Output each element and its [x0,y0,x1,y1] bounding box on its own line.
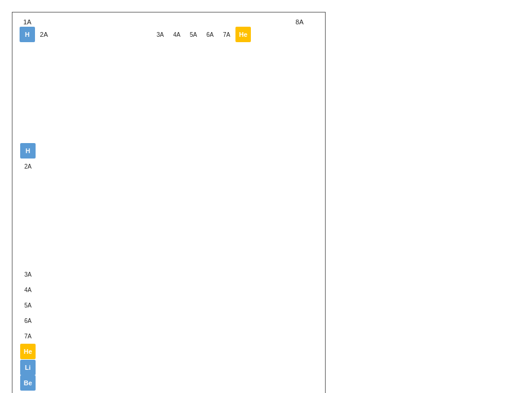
elem-He: He [20,344,36,359]
element-H: H [20,27,35,42]
gl-2 [36,18,51,26]
empty [136,27,151,42]
elem-Li: Li [20,360,36,375]
label-2A-r1: 2A [20,159,36,174]
empty [103,27,118,42]
pt-row-2: Li Be B C N O F Ne [20,360,52,393]
gl-16 [260,18,275,26]
label-3A: 3A [20,267,36,282]
periodic-table-wrapper: 1A 8A H 2A [12,12,326,393]
element-He: He [235,27,251,42]
gl-6 [100,18,115,26]
gl-4 [68,18,83,26]
label-4A: 4A [169,27,184,42]
gl-10 [164,18,179,26]
page-container: 1A 8A H 2A [12,12,520,393]
label-3A: 3A [152,27,168,42]
label-6A: 6A [202,27,218,42]
label-4A: 4A [20,282,36,297]
group-label-row: 1A 8A [20,18,318,26]
gl-13 [212,18,227,26]
gl-14 [228,18,243,26]
gl-8a: 8A [292,18,307,26]
gl-8 [132,18,147,26]
label-6A: 6A [20,313,36,328]
gl-3 [52,18,67,26]
e [20,205,36,220]
elem-Be: Be [20,375,36,391]
label-5A: 5A [186,27,201,42]
e [20,391,36,393]
periodic-table: H 2A 3A 4A 5A 6A 7A He [20,142,53,393]
empty [69,27,85,42]
pt-table-container: H 2A 3A 4A 5A 6A 7A He [20,142,318,393]
gl-1a: 1A [20,18,35,26]
e [20,251,36,267]
gl-11 [180,18,195,26]
pt-row-1: H 2A 3A 4A 5A 6A 7A He [20,143,52,359]
gl-7 [116,18,131,26]
e [20,220,36,236]
label-7A: 7A [20,328,36,344]
empty [86,27,101,42]
gl-17 [276,18,291,26]
elem-H: H [20,143,36,159]
label-5A: 5A [20,297,36,313]
gl-5 [84,18,99,26]
e [20,174,36,189]
empty [53,27,68,42]
e [20,236,36,251]
label-2A: 2A [36,27,52,42]
gl-12 [196,18,211,26]
gl-9 [148,18,163,26]
e [20,189,36,205]
empty [119,27,135,42]
gl-15 [244,18,259,26]
main-grid: H 2A 3A 4A 5A 6A 7A He [20,27,318,142]
label-7A: 7A [219,27,234,42]
